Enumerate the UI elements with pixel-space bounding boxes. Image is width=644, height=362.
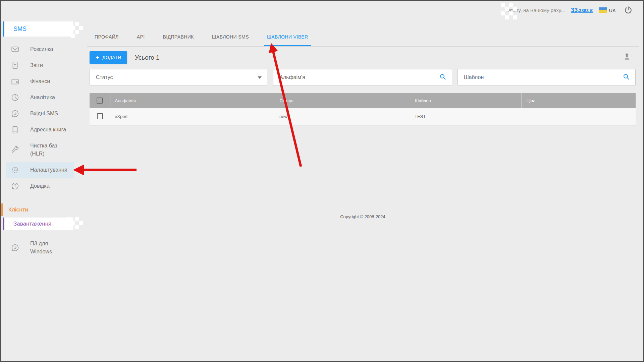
total-count-label: Усього 1 bbox=[135, 51, 160, 64]
download-icon bbox=[11, 243, 19, 252]
table-header-row: Альфаім'я Статус Шаблон Ціна bbox=[90, 93, 636, 108]
sidebar-item-finansy[interactable]: Фінанси bbox=[6, 73, 74, 89]
logout-power-icon[interactable] bbox=[624, 6, 633, 14]
sidebar-item-label: Розсилка bbox=[30, 45, 53, 53]
pixel-decoration bbox=[501, 3, 505, 7]
sidebar-item-label: Фінанси bbox=[30, 77, 50, 85]
viber-templates-table: Альфаім'я Статус Шаблон Ціна eXpert new … bbox=[90, 93, 636, 125]
cell-price bbox=[522, 108, 636, 125]
svg-text:?: ? bbox=[14, 184, 16, 188]
export-icon[interactable] bbox=[623, 52, 631, 62]
section-sms-label: SMS bbox=[13, 25, 26, 33]
sidebar-section-clients[interactable]: Клієнти bbox=[1, 203, 64, 216]
balance-link[interactable]: 33,3883 ₴ bbox=[571, 7, 593, 14]
tabs-underline bbox=[87, 46, 639, 47]
column-header-price[interactable]: Ціна bbox=[522, 93, 636, 108]
alphaname-filter-input[interactable] bbox=[279, 74, 439, 80]
template-filter bbox=[458, 69, 636, 86]
cell-status: new bbox=[275, 108, 410, 125]
report-icon bbox=[11, 61, 19, 70]
tab-sender[interactable]: ВІДПРАВНИК bbox=[160, 34, 196, 46]
wrench-icon bbox=[11, 145, 19, 154]
balance-fraction: ,3883 ₴ bbox=[578, 8, 593, 13]
help-icon: ? bbox=[11, 182, 19, 190]
plus-icon: + bbox=[96, 54, 100, 61]
sidebar-item-label: Довідка bbox=[30, 182, 50, 190]
sidebar-item-label: Чистка баз (HLR) bbox=[30, 142, 70, 158]
user-balance-label: Dmitry, на Вашому раху... bbox=[506, 7, 565, 13]
gear-icon bbox=[11, 166, 19, 174]
sidebar-item-analityka[interactable]: Аналітика bbox=[6, 89, 74, 106]
top-header: Dmitry, на Вашому раху... 33,3883 ₴ UK bbox=[79, 1, 643, 19]
settings-tabs: ПРОФАЙЛ API ВІДПРАВНИК ШАБЛОНИ SMS ШАБЛО… bbox=[92, 34, 311, 46]
tab-viber-templates[interactable]: ШАБЛОНИ VIBER bbox=[264, 34, 311, 46]
section-clients-label: Клієнти bbox=[8, 206, 28, 213]
copyright-text: Copyright © 2008-2024 bbox=[335, 214, 391, 219]
language-label[interactable]: UK bbox=[609, 7, 616, 13]
sidebar: SMS Розсилка Звіти Фінанси Аналітик bbox=[1, 1, 79, 361]
row-checkbox[interactable] bbox=[97, 113, 103, 119]
status-filter-select[interactable]: Статус bbox=[90, 69, 267, 86]
sidebar-item-label: Адресна книга bbox=[30, 126, 66, 134]
sidebar-item-label: Вхідні SMS bbox=[30, 110, 58, 118]
table-row[interactable]: eXpert new TEST bbox=[90, 108, 636, 125]
sidebar-section-downloads[interactable]: Завантаження bbox=[3, 218, 73, 230]
tab-profile[interactable]: ПРОФАЙЛ bbox=[92, 34, 121, 46]
sidebar-item-nalashtuvannia[interactable]: Налаштування bbox=[6, 162, 74, 178]
sidebar-divider bbox=[7, 202, 79, 202]
select-all-checkbox[interactable] bbox=[97, 98, 103, 104]
chevron-down-icon bbox=[258, 76, 262, 79]
footer-divider: Copyright © 2008-2024 bbox=[87, 217, 639, 217]
sidebar-item-label: Налаштування bbox=[30, 166, 67, 174]
sidebar-item-vhidni-sms[interactable]: Вхідні SMS bbox=[6, 106, 74, 122]
column-header-alphaname[interactable]: Альфаім'я bbox=[110, 93, 275, 108]
sidebar-item-chystka-baz[interactable]: Чистка баз (HLR) bbox=[6, 138, 74, 162]
sidebar-item-windows-software[interactable]: ПЗ для Windows bbox=[6, 236, 74, 260]
tab-sms-templates[interactable]: ШАБЛОНИ SMS bbox=[209, 34, 252, 46]
sidebar-item-adresna-knyha[interactable]: Адресна книга bbox=[6, 122, 74, 138]
section-downloads-label: Завантаження bbox=[13, 221, 51, 227]
cell-alphaname: eXpert bbox=[110, 108, 275, 125]
pie-chart-icon bbox=[11, 93, 19, 102]
search-icon[interactable] bbox=[623, 73, 630, 82]
status-filter-value: Статус bbox=[96, 74, 113, 80]
incoming-sms-icon bbox=[11, 109, 19, 118]
cell-template: TEST bbox=[410, 108, 522, 125]
wallet-icon bbox=[11, 77, 19, 86]
tab-api[interactable]: API bbox=[134, 34, 148, 46]
sidebar-item-label: ПЗ для Windows bbox=[30, 240, 57, 256]
template-filter-input[interactable] bbox=[464, 74, 623, 80]
column-header-template[interactable]: Шаблон bbox=[410, 93, 522, 108]
add-button-label: ДОДАТИ bbox=[102, 55, 121, 60]
balance-whole: 33 bbox=[571, 7, 578, 13]
sidebar-item-dovidka[interactable]: ? Довідка bbox=[6, 178, 74, 194]
sidebar-item-label: Аналітика bbox=[30, 94, 55, 102]
ukraine-flag-icon bbox=[599, 7, 607, 13]
search-icon[interactable] bbox=[439, 73, 446, 82]
pixel-decoration bbox=[67, 22, 71, 26]
envelope-icon bbox=[11, 45, 19, 54]
sidebar-item-label: Звіти bbox=[30, 61, 43, 69]
add-button[interactable]: + ДОДАТИ bbox=[90, 51, 127, 64]
alphaname-filter bbox=[273, 69, 452, 86]
sidebar-item-zvity[interactable]: Звіти bbox=[6, 57, 74, 73]
app-window: Dmitry, на Вашому раху... 33,3883 ₴ UK S… bbox=[0, 0, 644, 362]
pixel-decoration bbox=[67, 217, 71, 221]
sidebar-section-sms[interactable]: SMS bbox=[3, 21, 73, 37]
sidebar-item-rozsylka[interactable]: Розсилка bbox=[6, 41, 74, 57]
column-header-status[interactable]: Статус bbox=[275, 93, 410, 108]
address-book-icon bbox=[11, 125, 19, 134]
